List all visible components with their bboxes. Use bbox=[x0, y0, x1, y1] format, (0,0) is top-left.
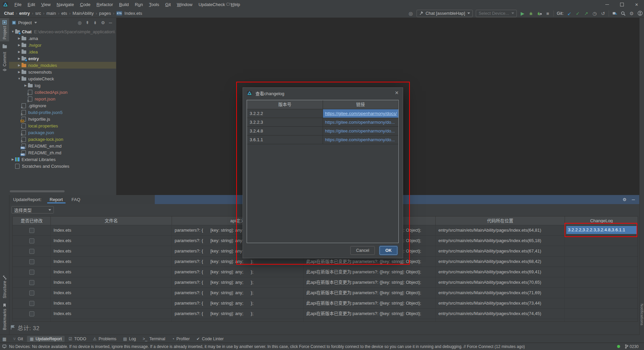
changelog-cell[interactable] bbox=[565, 267, 638, 277]
changelog-selected-value[interactable]: 3.2.2.2,3.2.2.3,3.2.4.8,3.6.1.1 bbox=[566, 226, 637, 234]
modified-checkbox[interactable] bbox=[29, 228, 34, 233]
locate-file-icon[interactable]: ◎ bbox=[78, 20, 81, 25]
tree-item--gitignore[interactable]: .gitignore bbox=[9, 102, 116, 109]
modified-checkbox[interactable] bbox=[29, 301, 34, 306]
modified-checkbox[interactable] bbox=[29, 280, 34, 285]
window-switcher-icon[interactable]: ▦ bbox=[2, 337, 6, 342]
report-table-row[interactable]: Index.etsparameters?: { [key: string]: a… bbox=[13, 287, 638, 298]
tree-item-log[interactable]: ▶log bbox=[9, 82, 116, 89]
profile-button[interactable] bbox=[537, 10, 542, 17]
breadcrumb-chat[interactable]: Chat bbox=[3, 11, 14, 16]
changelog-cell[interactable] bbox=[565, 319, 638, 322]
menu-code[interactable]: Code bbox=[77, 1, 94, 8]
run-config-select[interactable]: Chat [assembleHap] bbox=[417, 10, 473, 17]
tool-strip-commit[interactable]: Commit bbox=[0, 50, 9, 73]
report-column-header[interactable]: 文件名 bbox=[51, 217, 172, 225]
tree-item-entry[interactable]: ▶entry bbox=[9, 55, 116, 62]
report-column-header[interactable]: 代码所在位置 bbox=[436, 217, 565, 225]
tree-item-external-libraries[interactable]: ▶External Libraries bbox=[9, 156, 116, 163]
tool-window-button-git[interactable]: ⑂Git bbox=[10, 336, 26, 342]
tool-window-button-terminal[interactable]: >_Terminal bbox=[140, 336, 168, 342]
modified-checkbox[interactable] bbox=[29, 249, 34, 254]
menu-window[interactable]: Window bbox=[174, 1, 195, 8]
dialog-close-icon[interactable]: ✕ bbox=[395, 90, 399, 95]
debug-button[interactable] bbox=[528, 10, 534, 17]
chevron-right-icon[interactable]: ▶ bbox=[17, 64, 22, 67]
search-icon[interactable] bbox=[620, 10, 626, 17]
device-manager-icon[interactable]: ◎ bbox=[408, 10, 414, 17]
git-branch-widget[interactable]: 0230 bbox=[625, 344, 639, 349]
chevron-right-icon[interactable]: ▶ bbox=[17, 43, 22, 47]
tool-window-button-log[interactable]: ▤Log bbox=[120, 336, 139, 342]
tool-strip-notifications-label[interactable]: Notifications bbox=[640, 304, 644, 325]
tool-strip-structure[interactable]: Structure bbox=[0, 274, 9, 300]
changelog-link[interactable]: https://gitee.com/openharmony/do... bbox=[323, 127, 398, 135]
report-table-row[interactable]: Index.etsparameters?: { [key: string]: a… bbox=[13, 319, 638, 322]
changelog-cell[interactable] bbox=[565, 246, 638, 256]
tree-item--idea[interactable]: ▶.idea bbox=[9, 48, 116, 55]
tree-item-local-properties[interactable]: local.properties bbox=[9, 122, 116, 129]
report-table-row[interactable]: Index.etsparameters?: { [key: string]: a… bbox=[13, 298, 638, 308]
git-update-icon[interactable]: ↙ bbox=[567, 10, 572, 17]
menu-refactor[interactable]: Refactor bbox=[94, 1, 116, 8]
panel-gear-icon[interactable]: ⚙ bbox=[622, 197, 627, 202]
report-table-row[interactable]: Index.etsparameters?: { [key: string]: a… bbox=[13, 277, 638, 287]
tree-item-readme-zh-md[interactable]: README_zh.md bbox=[9, 149, 116, 156]
tool-window-button-profiler[interactable]: ◔Profiler bbox=[169, 336, 192, 342]
chevron-right-icon[interactable]: ▶ bbox=[17, 50, 22, 53]
tree-item-package-lock-json[interactable]: package-lock.json bbox=[9, 136, 116, 143]
chevron-right-icon[interactable]: ▶ bbox=[17, 37, 22, 40]
tree-item--ama[interactable]: ▶.ama bbox=[9, 35, 116, 42]
dialog-table-row[interactable]: 3.2.2.2https://gitee.com/openharmony/doc… bbox=[247, 109, 398, 118]
account-icon[interactable] bbox=[637, 10, 643, 17]
dialog-table-row[interactable]: 3.2.2.3https://gitee.com/openharmony/do.… bbox=[247, 118, 398, 127]
modified-checkbox[interactable] bbox=[29, 238, 34, 243]
project-view-select[interactable]: Project bbox=[12, 20, 37, 25]
tree-item-readme-en-md[interactable]: README_en.md bbox=[9, 143, 116, 149]
git-commit-icon[interactable]: ✓ bbox=[575, 10, 580, 17]
folder-tool-icon[interactable] bbox=[0, 44, 9, 48]
tree-item-collectedapi-json[interactable]: collectedApi.json bbox=[9, 89, 116, 95]
dialog-table-row[interactable]: 3.6.1.1https://gitee.com/openharmony/do.… bbox=[247, 135, 398, 144]
breadcrumb-src[interactable]: src bbox=[35, 11, 42, 16]
report-column-header[interactable]: 是否已修改 bbox=[13, 217, 51, 225]
report-table-row[interactable]: Index.etsparameters?: { [key: string]: a… bbox=[13, 308, 638, 319]
tree-item--hvigor[interactable]: ▶.hvigor bbox=[9, 42, 116, 48]
menu-git[interactable]: Git bbox=[162, 1, 174, 8]
changelog-cell[interactable] bbox=[565, 309, 638, 319]
collapse-all-icon[interactable]: ⇟ bbox=[93, 20, 97, 25]
modified-checkbox[interactable] bbox=[29, 311, 34, 316]
tree-item-chat[interactable]: ▼ChatE:\devceo-workSpace\simple_applicat… bbox=[9, 28, 116, 35]
tree-item-node-modules[interactable]: ▶node_modules bbox=[9, 62, 116, 69]
close-button[interactable]: ✕ bbox=[629, 0, 644, 9]
tool-strip-project[interactable]: Project bbox=[0, 18, 9, 41]
maximize-button[interactable] bbox=[614, 0, 629, 9]
tree-item-report-json[interactable]: report.json bbox=[9, 95, 116, 102]
report-column-header[interactable]: ChangeLog bbox=[565, 217, 638, 225]
panel-settings-gear-icon[interactable]: ⚙ bbox=[101, 20, 105, 25]
changelog-cell[interactable] bbox=[565, 277, 638, 287]
ok-button[interactable]: OK bbox=[380, 246, 397, 255]
menu-build[interactable]: Build bbox=[116, 1, 132, 8]
breadcrumb-entry[interactable]: entry bbox=[19, 11, 31, 16]
tab-faq[interactable]: FAQ bbox=[71, 196, 81, 203]
tree-item-screenshots[interactable]: ▶screenshots bbox=[9, 69, 116, 75]
tree-item-package-json[interactable]: package.json bbox=[9, 129, 116, 136]
run-button[interactable]: ▶ bbox=[520, 10, 525, 17]
chevron-right-icon[interactable]: ▶ bbox=[10, 158, 15, 161]
report-table-row[interactable]: Index.etsparameters?: { [key: string]: a… bbox=[13, 267, 638, 277]
breadcrumb-mainability[interactable]: MainAbility bbox=[72, 11, 95, 16]
menu-navigate[interactable]: Navigate bbox=[53, 1, 77, 8]
changelog-cell[interactable] bbox=[565, 298, 638, 308]
tree-item-hvigorfile-js[interactable]: hvigorfile.js bbox=[9, 116, 116, 122]
tool-window-button-todo[interactable]: ☑TODO bbox=[66, 336, 89, 342]
changelog-cell[interactable]: 3.2.2.2,3.2.2.3,3.2.4.8,3.6.1.1 bbox=[565, 225, 638, 235]
menu-view[interactable]: View bbox=[38, 1, 53, 8]
chevron-right-icon[interactable]: ▶ bbox=[17, 70, 22, 74]
changelog-link[interactable]: https://gitee.com/openharmony/docs/ bbox=[323, 109, 398, 118]
project-structure-icon[interactable] bbox=[612, 10, 617, 17]
cancel-button[interactable]: Cancel bbox=[350, 246, 375, 255]
menu-tools[interactable]: Tools bbox=[146, 1, 162, 8]
settings-gear-icon[interactable]: ⚙ bbox=[629, 10, 634, 17]
breadcrumb-file[interactable]: Index.ets bbox=[124, 11, 143, 16]
